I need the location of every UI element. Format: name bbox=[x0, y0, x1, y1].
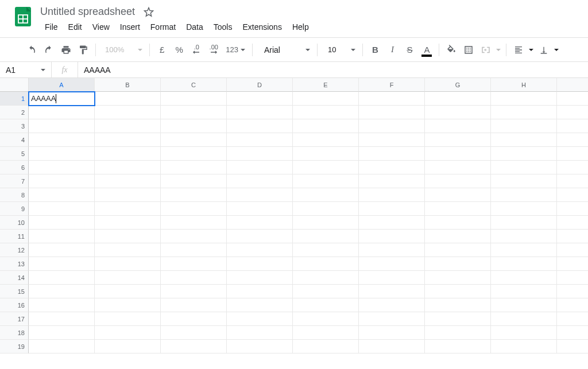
cell[interactable] bbox=[359, 106, 425, 119]
column-header[interactable]: C bbox=[161, 78, 227, 92]
cell[interactable] bbox=[95, 243, 161, 257]
cell[interactable] bbox=[293, 326, 359, 340]
cell[interactable] bbox=[227, 147, 293, 161]
cell[interactable] bbox=[293, 92, 359, 106]
cell[interactable] bbox=[557, 133, 588, 147]
cell[interactable] bbox=[293, 230, 359, 243]
cell[interactable] bbox=[95, 119, 161, 133]
cell[interactable] bbox=[227, 92, 293, 106]
cell[interactable] bbox=[29, 133, 95, 147]
column-header[interactable]: H bbox=[491, 78, 557, 92]
row-header[interactable]: 16 bbox=[0, 298, 29, 312]
cell[interactable] bbox=[425, 257, 491, 271]
menu-format[interactable]: Format bbox=[146, 20, 180, 34]
cell[interactable] bbox=[293, 174, 359, 188]
cell[interactable] bbox=[293, 243, 359, 257]
select-all-corner[interactable] bbox=[0, 78, 29, 92]
cell[interactable] bbox=[359, 230, 425, 243]
cell[interactable] bbox=[161, 326, 227, 340]
row-header[interactable]: 5 bbox=[0, 147, 29, 161]
row-header[interactable]: 15 bbox=[0, 285, 29, 298]
cell[interactable] bbox=[425, 133, 491, 147]
cell[interactable] bbox=[227, 161, 293, 174]
cell[interactable] bbox=[557, 257, 588, 271]
cell[interactable] bbox=[161, 298, 227, 312]
fill-color-button[interactable] bbox=[443, 42, 460, 58]
cell[interactable] bbox=[491, 312, 557, 326]
cell[interactable] bbox=[95, 106, 161, 119]
cell[interactable] bbox=[161, 147, 227, 161]
cell[interactable] bbox=[491, 147, 557, 161]
cell[interactable] bbox=[95, 188, 161, 202]
cell[interactable] bbox=[293, 147, 359, 161]
font-family-dropdown[interactable]: Arial bbox=[256, 45, 314, 55]
cell[interactable] bbox=[29, 202, 95, 216]
row-header[interactable]: 11 bbox=[0, 230, 29, 243]
decrease-decimal-button[interactable]: .0 bbox=[188, 42, 205, 58]
undo-button[interactable] bbox=[23, 42, 40, 58]
menu-extensions[interactable]: Extensions bbox=[238, 20, 286, 34]
cell[interactable] bbox=[425, 147, 491, 161]
cell[interactable] bbox=[425, 174, 491, 188]
cell[interactable] bbox=[491, 106, 557, 119]
cell[interactable] bbox=[425, 326, 491, 340]
cell[interactable] bbox=[29, 147, 95, 161]
cell[interactable] bbox=[557, 174, 588, 188]
row-header[interactable]: 8 bbox=[0, 188, 29, 202]
row-header[interactable]: 7 bbox=[0, 174, 29, 188]
cell[interactable] bbox=[557, 92, 588, 106]
star-icon[interactable] bbox=[143, 6, 154, 18]
cell[interactable] bbox=[359, 285, 425, 298]
row-header[interactable]: 9 bbox=[0, 202, 29, 216]
cell[interactable] bbox=[95, 340, 161, 354]
row-header[interactable]: 10 bbox=[0, 216, 29, 230]
cell[interactable] bbox=[557, 285, 588, 298]
cell[interactable] bbox=[29, 106, 95, 119]
cell[interactable] bbox=[293, 106, 359, 119]
cell[interactable] bbox=[293, 161, 359, 174]
cell[interactable] bbox=[359, 188, 425, 202]
row-header[interactable]: 4 bbox=[0, 133, 29, 147]
cell[interactable] bbox=[161, 216, 227, 230]
column-header[interactable]: D bbox=[227, 78, 293, 92]
cell[interactable] bbox=[95, 230, 161, 243]
cell[interactable] bbox=[359, 216, 425, 230]
percent-button[interactable]: % bbox=[171, 42, 188, 58]
merge-caret[interactable] bbox=[494, 42, 502, 58]
cell[interactable] bbox=[491, 257, 557, 271]
cell[interactable] bbox=[293, 216, 359, 230]
cell[interactable] bbox=[29, 188, 95, 202]
cell[interactable] bbox=[293, 285, 359, 298]
cell[interactable] bbox=[557, 340, 588, 354]
cell[interactable] bbox=[95, 174, 161, 188]
menu-tools[interactable]: Tools bbox=[209, 20, 237, 34]
menu-file[interactable]: File bbox=[40, 20, 63, 34]
cell[interactable] bbox=[491, 340, 557, 354]
sheets-logo[interactable] bbox=[11, 5, 34, 28]
row-header[interactable]: 6 bbox=[0, 161, 29, 174]
cell[interactable] bbox=[161, 161, 227, 174]
document-title[interactable]: Untitled spreadsheet bbox=[40, 6, 135, 18]
cell[interactable] bbox=[95, 271, 161, 285]
cell[interactable] bbox=[425, 188, 491, 202]
cell[interactable] bbox=[29, 243, 95, 257]
cell[interactable] bbox=[425, 106, 491, 119]
cell[interactable] bbox=[227, 326, 293, 340]
cell[interactable] bbox=[557, 188, 588, 202]
vertical-align-button[interactable] bbox=[535, 42, 552, 58]
cell[interactable] bbox=[425, 216, 491, 230]
cell[interactable] bbox=[359, 340, 425, 354]
cell[interactable] bbox=[425, 312, 491, 326]
cell[interactable] bbox=[29, 312, 95, 326]
cell[interactable] bbox=[491, 174, 557, 188]
cell[interactable] bbox=[359, 243, 425, 257]
cell[interactable] bbox=[161, 106, 227, 119]
cell[interactable] bbox=[359, 174, 425, 188]
row-header[interactable]: 12 bbox=[0, 243, 29, 257]
cell[interactable] bbox=[425, 92, 491, 106]
cell[interactable] bbox=[425, 202, 491, 216]
cell[interactable] bbox=[293, 188, 359, 202]
cell[interactable] bbox=[95, 92, 161, 106]
cell[interactable] bbox=[227, 298, 293, 312]
redo-button[interactable] bbox=[40, 42, 57, 58]
